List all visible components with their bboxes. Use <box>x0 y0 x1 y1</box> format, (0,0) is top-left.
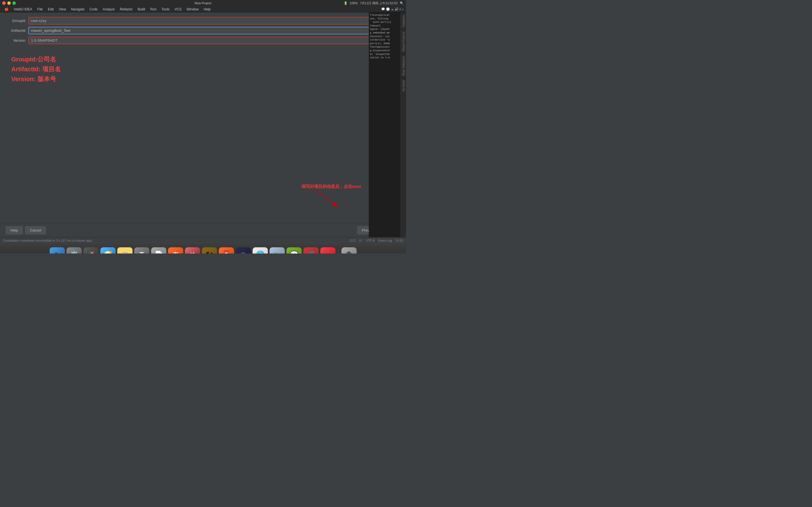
dock-item-rocket[interactable]: 🚀 <box>84 247 99 254</box>
run-line-1: tTestApplicat <box>370 13 399 17</box>
menu-bar-right: A ≡ <box>399 8 404 11</box>
wechat-icon: 💬 🕐 ☁ 🔊 <box>381 7 399 11</box>
menu-vcs[interactable]: VCS <box>172 7 184 12</box>
menu-refactor[interactable]: Refactor <box>117 7 135 12</box>
form-area: GroupId ArtifactId Version <box>0 12 406 49</box>
dock-item-trash[interactable]: 🗑 <box>342 247 357 254</box>
dock-item-xcode[interactable]: 🔧 <box>269 247 285 254</box>
arrow-svg <box>310 190 344 213</box>
annotation-area: GroupId:公司名 ArtifactId: 项目名 Version: 版本号… <box>0 49 406 223</box>
menu-analyze[interactable]: Analyze <box>100 7 117 12</box>
intellij-icon: IJ <box>190 252 195 253</box>
clock: 7月11日 周四 上午11:52:53 <box>360 1 398 5</box>
menu-run[interactable]: Run <box>148 7 159 12</box>
dock-item-system-preferences[interactable]: ⚙️ <box>66 247 82 254</box>
maximize-button[interactable] <box>12 1 16 5</box>
menu-build[interactable]: Build <box>135 7 147 12</box>
title-bar: New Project 🔋 100% 7月11日 周四 上午11:52:53 🔍 <box>0 0 406 6</box>
groupid-label: GroupId <box>6 18 28 23</box>
annotation-version: Version: 版本号 <box>11 74 395 84</box>
dock-item-safari[interactable]: 🧭 <box>100 247 116 254</box>
dock-item-notes[interactable]: 📋 <box>117 247 133 254</box>
dock-item-wechat[interactable]: 💬 <box>287 247 302 254</box>
netease-icon: 🎵 <box>306 250 315 253</box>
artifactid-input[interactable] <box>28 27 400 34</box>
artifactid-label: ArtifactId <box>6 29 28 33</box>
dock-item-intellij[interactable]: IJ <box>185 247 200 254</box>
cursor-position: 11:5 <box>349 239 355 242</box>
svg-line-1 <box>315 190 338 207</box>
dock-item-monodraw[interactable]: ⬡ <box>236 247 251 254</box>
sequel-icon: 🐿 <box>206 250 213 253</box>
music-icon: 🎶 <box>323 250 333 253</box>
postman-icon: 📮 <box>222 250 231 253</box>
help-button[interactable]: Help <box>6 226 23 234</box>
search-icon[interactable]: 🔍 <box>400 1 404 5</box>
run-line-4: Tomcat] <box>370 24 399 28</box>
menu-code[interactable]: Code <box>87 7 100 12</box>
dock-item-typora[interactable]: T <box>134 247 149 254</box>
close-button[interactable] <box>2 1 6 5</box>
tab-database[interactable]: Database <box>400 12 406 29</box>
dock-item-memo[interactable]: 📄 <box>151 247 166 254</box>
chrome-icon: 🌐 <box>256 250 265 253</box>
run-line-8: torService 'a <box>370 38 399 42</box>
dock-item-apple-music[interactable]: 🎶 <box>320 247 336 254</box>
dock-item-finder[interactable]: 🗂 <box>50 247 65 254</box>
menu-file[interactable]: File <box>35 7 45 12</box>
dock-item-chrome[interactable]: 🌐 <box>253 247 268 254</box>
arrow-annotation: 填写好项目的信息后，点击next <box>301 184 361 189</box>
dock-item-sequel-pro[interactable]: 🐿 <box>202 247 217 254</box>
run-output-panel: tTestApplicat set, falling with port(s) … <box>369 12 400 237</box>
encoding: UTF-8 <box>366 239 375 242</box>
memo-icon: 📄 <box>154 250 163 253</box>
notes-icon: 📋 <box>117 247 133 254</box>
run-line-9: port(s): 8080 <box>370 42 399 46</box>
groupid-input-wrapper <box>28 17 400 24</box>
dock: 🗂 ⚙️ 🚀 🧭 📋 T 📄 有 IJ 🐿 📮 ⬡ 🌐 🔧 💬 <box>0 243 406 253</box>
groupid-input[interactable] <box>28 17 400 24</box>
version-input[interactable] <box>28 37 385 44</box>
typora-icon: T <box>140 250 144 253</box>
battery-icon: 🔋 <box>344 1 348 5</box>
menu-window[interactable]: Window <box>185 7 201 12</box>
minimize-button[interactable] <box>7 1 11 5</box>
menu-help[interactable]: Help <box>201 7 213 12</box>
youdao-icon: 有 <box>173 251 179 253</box>
monodraw-icon: ⬡ <box>241 251 246 254</box>
new-project-dialog: GroupId ArtifactId Version <box>0 12 406 237</box>
line-ending: LF <box>359 239 363 242</box>
run-line-6: g embedded We <box>370 31 399 35</box>
menu-intellij[interactable]: IntelliJ IDEA <box>11 7 35 12</box>
side-panel-tabs: Database Maven Projects Bean Validation … <box>400 12 406 237</box>
settings-icon: ⚙️ <box>70 250 79 253</box>
finder-icon: 🗂 <box>54 250 61 253</box>
cancel-button[interactable]: Cancel <box>25 226 46 234</box>
dock-item-netease-music[interactable]: 🎵 <box>303 247 319 254</box>
event-log[interactable]: Event Log <box>378 239 392 242</box>
dock-item-youdao[interactable]: 有 <box>168 247 183 254</box>
run-line-7: nContext: ini <box>370 35 399 39</box>
trash-icon: 🗑 <box>345 250 353 253</box>
menu-tools[interactable]: Tools <box>159 7 172 12</box>
menu-navigate[interactable]: Navigate <box>69 7 87 12</box>
run-line-11: g DispatcherS <box>370 49 399 53</box>
tab-bean-validation[interactable]: Bean Validation <box>400 54 406 78</box>
dock-item-postman[interactable]: 📮 <box>219 247 234 254</box>
artifactid-input-wrapper <box>28 27 400 34</box>
safari-icon: 🧭 <box>103 250 112 253</box>
tab-ant-build[interactable]: Ant Build <box>400 78 406 94</box>
menu-view[interactable]: View <box>56 7 68 12</box>
menu-apple[interactable]: 🍎 <box>2 7 11 12</box>
system-status: 🔋 100% 7月11日 周四 上午11:52:53 🔍 <box>344 1 404 5</box>
groupid-row: GroupId <box>6 17 400 24</box>
tab-maven[interactable]: Maven Projects <box>400 29 406 54</box>
wechat-dock-icon: 💬 <box>290 250 299 253</box>
menu-edit[interactable]: Edit <box>46 7 56 12</box>
run-line-13: zation in 4 m <box>370 56 399 60</box>
rocket-icon: 🚀 <box>87 251 95 254</box>
xcode-icon: 🔧 <box>273 250 282 253</box>
version-row: Version Inherit <box>6 37 400 44</box>
run-line-12: et 'dispatche <box>370 53 399 56</box>
traffic-lights <box>2 1 16 5</box>
